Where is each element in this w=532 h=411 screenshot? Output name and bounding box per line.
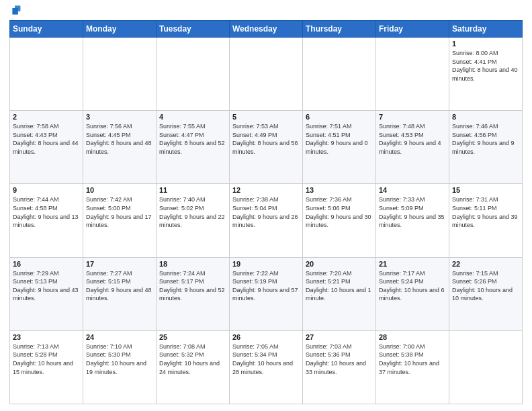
day-number: 10: [86, 186, 153, 194]
calendar-cell: 4Sunrise: 7:55 AM Sunset: 4:47 PM Daylig…: [157, 111, 230, 184]
day-info: Sunrise: 7:46 AM Sunset: 4:56 PM Dayligh…: [452, 122, 519, 156]
day-number: 3: [86, 113, 153, 121]
calendar-cell: 21Sunrise: 7:17 AM Sunset: 5:24 PM Dayli…: [376, 257, 449, 330]
calendar-cell: 11Sunrise: 7:40 AM Sunset: 5:02 PM Dayli…: [157, 184, 230, 257]
day-info: Sunrise: 7:42 AM Sunset: 5:00 PM Dayligh…: [86, 195, 153, 229]
calendar-week-1: 2Sunrise: 7:58 AM Sunset: 4:43 PM Daylig…: [10, 111, 523, 184]
calendar-week-4: 23Sunrise: 7:13 AM Sunset: 5:28 PM Dayli…: [10, 330, 523, 404]
day-info: Sunrise: 7:03 AM Sunset: 5:36 PM Dayligh…: [306, 342, 373, 376]
day-number: 6: [306, 113, 373, 121]
calendar-cell: 17Sunrise: 7:27 AM Sunset: 5:15 PM Dayli…: [83, 257, 157, 330]
calendar-cell: 7Sunrise: 7:48 AM Sunset: 4:53 PM Daylig…: [376, 111, 449, 184]
day-info: Sunrise: 7:24 AM Sunset: 5:17 PM Dayligh…: [159, 269, 226, 303]
calendar-table: SundayMondayTuesdayWednesdayThursdayFrid…: [9, 20, 523, 404]
calendar-cell: 6Sunrise: 7:51 AM Sunset: 4:51 PM Daylig…: [303, 111, 376, 184]
calendar-cell: 19Sunrise: 7:22 AM Sunset: 5:19 PM Dayli…: [230, 257, 303, 330]
day-info: Sunrise: 7:44 AM Sunset: 4:58 PM Dayligh…: [13, 195, 80, 229]
logo: [9, 7, 23, 16]
day-info: Sunrise: 7:10 AM Sunset: 5:30 PM Dayligh…: [86, 342, 153, 376]
calendar-cell: 16Sunrise: 7:29 AM Sunset: 5:13 PM Dayli…: [10, 257, 83, 330]
calendar-week-3: 16Sunrise: 7:29 AM Sunset: 5:13 PM Dayli…: [10, 257, 523, 330]
day-header-monday: Monday: [83, 21, 157, 38]
day-number: 7: [379, 113, 446, 121]
day-info: Sunrise: 7:22 AM Sunset: 5:19 PM Dayligh…: [232, 269, 300, 303]
day-number: 22: [452, 260, 519, 268]
calendar-cell: [303, 38, 376, 111]
calendar-cell: 25Sunrise: 7:08 AM Sunset: 5:32 PM Dayli…: [157, 330, 230, 404]
day-number: 24: [86, 333, 153, 341]
day-header-thursday: Thursday: [303, 21, 376, 38]
calendar-cell: 24Sunrise: 7:10 AM Sunset: 5:30 PM Dayli…: [83, 330, 157, 404]
day-info: Sunrise: 7:15 AM Sunset: 5:26 PM Dayligh…: [452, 269, 519, 303]
day-number: 28: [379, 333, 446, 341]
day-number: 17: [86, 260, 153, 268]
calendar-cell: 9Sunrise: 7:44 AM Sunset: 4:58 PM Daylig…: [10, 184, 83, 257]
day-info: Sunrise: 7:13 AM Sunset: 5:28 PM Dayligh…: [13, 342, 80, 376]
day-info: Sunrise: 7:40 AM Sunset: 5:02 PM Dayligh…: [159, 195, 226, 229]
calendar-cell: 3Sunrise: 7:56 AM Sunset: 4:45 PM Daylig…: [83, 111, 157, 184]
calendar-week-0: 1Sunrise: 8:00 AM Sunset: 4:41 PM Daylig…: [10, 38, 523, 111]
day-number: 21: [379, 260, 446, 268]
logo-icon: [11, 4, 23, 16]
day-info: Sunrise: 7:55 AM Sunset: 4:47 PM Dayligh…: [159, 122, 226, 156]
day-header-wednesday: Wednesday: [230, 21, 303, 38]
day-number: 11: [159, 186, 226, 194]
day-number: 20: [306, 260, 373, 268]
day-number: 19: [232, 260, 300, 268]
calendar-cell: 20Sunrise: 7:20 AM Sunset: 5:21 PM Dayli…: [303, 257, 376, 330]
day-info: Sunrise: 7:53 AM Sunset: 4:49 PM Dayligh…: [232, 122, 300, 156]
day-info: Sunrise: 7:58 AM Sunset: 4:43 PM Dayligh…: [13, 122, 80, 156]
calendar-cell: 10Sunrise: 7:42 AM Sunset: 5:00 PM Dayli…: [83, 184, 157, 257]
calendar-cell: 8Sunrise: 7:46 AM Sunset: 4:56 PM Daylig…: [449, 111, 523, 184]
calendar-cell: [83, 38, 157, 111]
page-header: [9, 7, 523, 16]
calendar-cell: 15Sunrise: 7:31 AM Sunset: 5:11 PM Dayli…: [449, 184, 523, 257]
day-number: 9: [13, 186, 80, 194]
calendar-cell: [157, 38, 230, 111]
day-info: Sunrise: 7:51 AM Sunset: 4:51 PM Dayligh…: [306, 122, 373, 156]
day-info: Sunrise: 8:00 AM Sunset: 4:41 PM Dayligh…: [452, 49, 519, 83]
day-number: 16: [13, 260, 80, 268]
day-number: 12: [232, 186, 300, 194]
calendar-cell: [230, 38, 303, 111]
day-number: 8: [452, 113, 519, 121]
calendar-week-2: 9Sunrise: 7:44 AM Sunset: 4:58 PM Daylig…: [10, 184, 523, 257]
day-number: 4: [159, 113, 226, 121]
day-info: Sunrise: 7:00 AM Sunset: 5:38 PM Dayligh…: [379, 342, 446, 376]
day-info: Sunrise: 7:29 AM Sunset: 5:13 PM Dayligh…: [13, 269, 80, 303]
day-info: Sunrise: 7:48 AM Sunset: 4:53 PM Dayligh…: [379, 122, 446, 156]
day-header-sunday: Sunday: [10, 21, 83, 38]
calendar-cell: 2Sunrise: 7:58 AM Sunset: 4:43 PM Daylig…: [10, 111, 83, 184]
day-number: 13: [306, 186, 373, 194]
calendar-cell: 22Sunrise: 7:15 AM Sunset: 5:26 PM Dayli…: [449, 257, 523, 330]
calendar-cell: 27Sunrise: 7:03 AM Sunset: 5:36 PM Dayli…: [303, 330, 376, 404]
calendar-cell: 1Sunrise: 8:00 AM Sunset: 4:41 PM Daylig…: [449, 38, 523, 111]
calendar-cell: 26Sunrise: 7:05 AM Sunset: 5:34 PM Dayli…: [230, 330, 303, 404]
day-number: 15: [452, 186, 519, 194]
day-info: Sunrise: 7:05 AM Sunset: 5:34 PM Dayligh…: [232, 342, 300, 376]
calendar-cell: 13Sunrise: 7:36 AM Sunset: 5:06 PM Dayli…: [303, 184, 376, 257]
day-info: Sunrise: 7:33 AM Sunset: 5:09 PM Dayligh…: [379, 195, 446, 229]
calendar-cell: [449, 330, 523, 404]
day-number: 26: [232, 333, 300, 341]
day-info: Sunrise: 7:27 AM Sunset: 5:15 PM Dayligh…: [86, 269, 153, 303]
day-info: Sunrise: 7:38 AM Sunset: 5:04 PM Dayligh…: [232, 195, 300, 229]
calendar-cell: 23Sunrise: 7:13 AM Sunset: 5:28 PM Dayli…: [10, 330, 83, 404]
day-number: 27: [306, 333, 373, 341]
calendar-cell: 5Sunrise: 7:53 AM Sunset: 4:49 PM Daylig…: [230, 111, 303, 184]
day-header-friday: Friday: [376, 21, 449, 38]
calendar-cell: 28Sunrise: 7:00 AM Sunset: 5:38 PM Dayli…: [376, 330, 449, 404]
day-info: Sunrise: 7:31 AM Sunset: 5:11 PM Dayligh…: [452, 195, 519, 229]
day-info: Sunrise: 7:17 AM Sunset: 5:24 PM Dayligh…: [379, 269, 446, 303]
day-header-tuesday: Tuesday: [157, 21, 230, 38]
day-info: Sunrise: 7:36 AM Sunset: 5:06 PM Dayligh…: [306, 195, 373, 229]
day-info: Sunrise: 7:20 AM Sunset: 5:21 PM Dayligh…: [306, 269, 373, 303]
day-header-saturday: Saturday: [449, 21, 523, 38]
calendar-cell: 14Sunrise: 7:33 AM Sunset: 5:09 PM Dayli…: [376, 184, 449, 257]
day-number: 2: [13, 113, 80, 121]
calendar-cell: [10, 38, 83, 111]
day-info: Sunrise: 7:56 AM Sunset: 4:45 PM Dayligh…: [86, 122, 153, 156]
svg-marker-1: [12, 8, 17, 15]
day-number: 1: [452, 40, 519, 48]
day-number: 23: [13, 333, 80, 341]
